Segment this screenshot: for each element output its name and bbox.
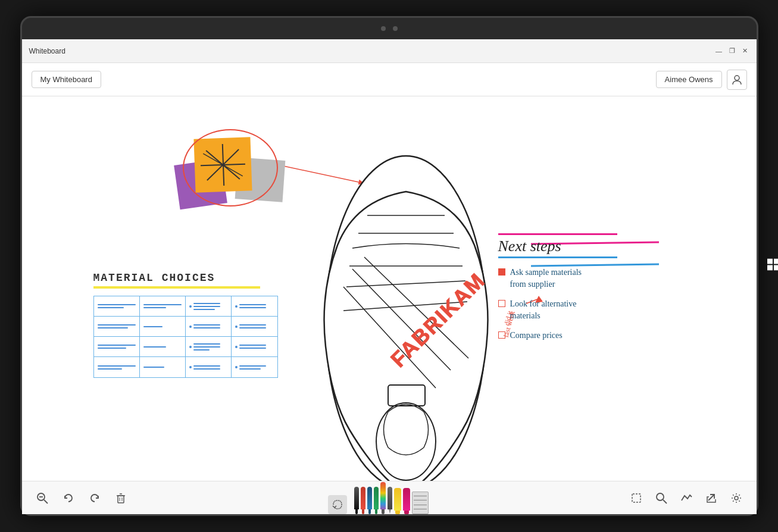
selection-box-button[interactable] — [628, 490, 645, 506]
canvas-area[interactable]: FABRIKAM did it last week Material Choic… — [22, 96, 757, 481]
undo-button[interactable] — [60, 490, 77, 506]
next-steps-text-2: Look for alternativematerials — [510, 298, 577, 321]
svg-point-34 — [657, 493, 664, 500]
svg-line-15 — [352, 269, 451, 370]
svg-line-35 — [663, 500, 667, 503]
svg-line-11 — [346, 281, 465, 287]
svg-point-37 — [735, 496, 738, 500]
svg-text:FABRIKAM: FABRIKAM — [386, 268, 490, 372]
table-row — [94, 317, 277, 337]
my-whiteboard-button[interactable]: My Whiteboard — [32, 71, 101, 88]
next-steps-item-1: Ask sample materialsfrom supplier — [498, 267, 617, 290]
pen-rainbow[interactable] — [380, 482, 386, 514]
table-cell — [232, 357, 277, 377]
device-screen: Whiteboard — ❐ ✕ My Whiteboard Aimee Owe… — [22, 39, 757, 514]
svg-point-7 — [326, 156, 486, 481]
checkbox-1 — [498, 268, 505, 276]
svg-rect-33 — [632, 494, 640, 502]
svg-rect-39 — [774, 259, 779, 264]
device-frame: Whiteboard — ❐ ✕ My Whiteboard Aimee Owe… — [20, 16, 758, 516]
settings-button[interactable] — [728, 490, 745, 506]
bottom-toolbar — [22, 481, 757, 514]
table-cell — [94, 296, 140, 316]
checkbox-3 — [498, 331, 505, 339]
next-steps-underline — [498, 256, 617, 258]
pen-red[interactable] — [361, 487, 365, 514]
pencil-dark[interactable] — [388, 487, 392, 514]
person-icon — [732, 74, 742, 85]
next-steps-item-2: Look for alternativematerials — [498, 298, 617, 321]
user-name-button[interactable]: Aimee Owens — [656, 71, 722, 88]
device-top-bar — [22, 18, 757, 39]
toolbar-right-tools — [628, 490, 745, 506]
search-button[interactable] — [653, 490, 670, 506]
table-cell — [186, 357, 232, 377]
red-circle-annotation — [183, 129, 278, 206]
svg-point-13 — [376, 403, 436, 480]
pen-black[interactable] — [354, 487, 359, 514]
toolbar-center-tools — [328, 482, 429, 514]
close-button[interactable]: ✕ — [741, 47, 749, 55]
windows-logo — [767, 259, 779, 274]
table-cell — [140, 296, 186, 316]
svg-rect-41 — [774, 265, 779, 271]
share-button[interactable] — [703, 490, 720, 506]
table-cell — [94, 337, 140, 356]
svg-line-26 — [44, 500, 48, 503]
table-cell — [140, 317, 186, 336]
toolbar-right: Aimee Owens — [656, 70, 747, 90]
app-toolbar: My Whiteboard Aimee Owens — [22, 63, 757, 96]
table-cell — [186, 296, 232, 316]
table-cell — [232, 337, 277, 356]
material-choices-title: Material Choices — [93, 272, 278, 284]
lasso-select-tool[interactable] — [328, 495, 347, 514]
camera-indicator-dot — [393, 26, 398, 31]
svg-rect-40 — [767, 265, 773, 271]
svg-point-0 — [735, 76, 739, 80]
checkbox-2 — [498, 300, 505, 307]
table-cell — [140, 337, 186, 356]
svg-rect-28 — [118, 496, 124, 503]
next-steps-item-3: Compare prices — [498, 330, 617, 342]
highlighter-pink[interactable] — [403, 488, 410, 514]
next-steps-title: Next steps — [498, 237, 617, 255]
camera-dot — [381, 26, 386, 31]
ruler-tool[interactable] — [412, 492, 429, 514]
svg-rect-38 — [767, 259, 773, 264]
svg-line-12 — [343, 302, 467, 311]
svg-line-36 — [708, 495, 714, 500]
table-cell — [94, 357, 140, 377]
window-controls: — ❐ ✕ — [715, 47, 749, 55]
next-steps-text-1: Ask sample materialsfrom supplier — [510, 267, 582, 290]
pen-blue[interactable] — [367, 487, 372, 514]
svg-line-6 — [278, 165, 361, 183]
window-title: Whiteboard — [29, 47, 715, 55]
svg-line-17 — [343, 287, 436, 388]
svg-rect-14 — [388, 385, 425, 406]
table-row — [94, 337, 277, 357]
material-underline — [93, 286, 260, 289]
user-icon-button[interactable] — [727, 70, 747, 90]
table-cell — [232, 317, 277, 336]
ink-to-shape-button[interactable] — [678, 490, 695, 506]
zoom-out-button[interactable] — [34, 490, 51, 506]
next-steps-section: Next steps Ask sample materialsfrom supp… — [498, 233, 617, 342]
restore-button[interactable]: ❐ — [728, 47, 736, 55]
table-row — [94, 296, 277, 317]
svg-line-16 — [364, 257, 468, 358]
title-bar: Whiteboard — ❐ ✕ — [22, 39, 757, 63]
minimize-button[interactable]: — — [715, 47, 723, 55]
table-cell — [140, 357, 186, 377]
table-cell — [186, 317, 232, 336]
highlighter-yellow[interactable] — [394, 488, 401, 514]
table-row — [94, 357, 277, 377]
table-cell — [94, 317, 140, 336]
material-choices-section: Material Choices — [93, 272, 278, 378]
table-cell — [232, 296, 277, 316]
delete-button[interactable] — [113, 490, 129, 506]
toolbar-left-tools — [34, 490, 129, 506]
next-steps-overline — [498, 233, 617, 235]
redo-button[interactable] — [86, 490, 103, 506]
material-table — [93, 296, 278, 378]
pen-green[interactable] — [374, 487, 379, 514]
